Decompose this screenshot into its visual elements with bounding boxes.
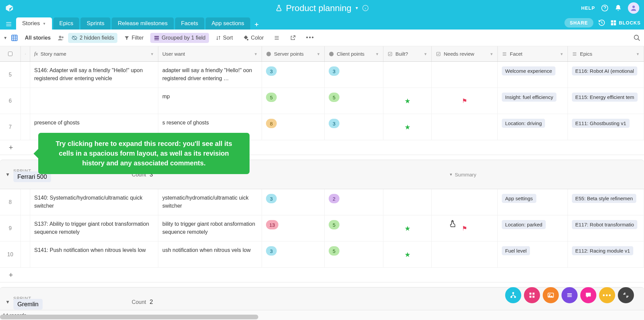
cell-epics[interactable]: E112: Racing module v1	[568, 242, 644, 267]
view-name[interactable]: All stories	[21, 33, 54, 43]
column-needs-review[interactable]: Needs review▼	[432, 46, 498, 61]
cell-client-points[interactable]: 5	[325, 242, 383, 267]
cell-user-want[interactable]: mp	[158, 88, 262, 114]
cell-epics[interactable]: E111: Ghostbusting v1	[568, 114, 644, 140]
cell-built[interactable]: ★	[383, 242, 432, 267]
cell-client-points[interactable]: 5	[325, 88, 383, 114]
group-title[interactable]: Gremlin	[13, 299, 43, 310]
cell-built[interactable]: ★	[383, 215, 432, 241]
help-icon[interactable]	[601, 4, 608, 12]
table-row[interactable]: 10 S141: Push notification when nitrous …	[0, 242, 644, 268]
fab-chat[interactable]	[580, 287, 596, 303]
cell-facet[interactable]: Welcome experience	[498, 62, 568, 88]
cell-client-points[interactable]: 3	[325, 62, 383, 88]
add-row-button[interactable]: +	[9, 143, 13, 152]
fab-more[interactable]: •••	[599, 287, 615, 303]
search-icon[interactable]	[633, 34, 641, 42]
color-button[interactable]: Color	[239, 33, 267, 43]
cell-facet[interactable]: Location: parked	[498, 215, 568, 241]
base-title[interactable]: Product planning	[286, 3, 351, 13]
group-button[interactable]: Grouped by 1 field	[150, 33, 209, 43]
view-menu-icon[interactable]: ▼	[3, 36, 7, 40]
group-toggle[interactable]: ▼	[5, 172, 10, 177]
row-height-button[interactable]	[270, 33, 283, 43]
cell-epics[interactable]: E55: Beta style refinemen	[568, 189, 644, 215]
cell-server-points[interactable]: 5	[262, 88, 325, 114]
sort-button[interactable]: Sort	[212, 33, 236, 43]
tab-release-milestones[interactable]: Release milestones	[112, 17, 173, 30]
cell-built[interactable]	[383, 189, 432, 215]
summary-dropdown[interactable]: ▼ Summary	[449, 172, 476, 177]
fab-image[interactable]	[543, 287, 559, 303]
fab-list[interactable]	[561, 287, 578, 303]
column-facet[interactable]: Facet▼	[498, 46, 568, 61]
cell-story-name[interactable]: S141: Push notification when nitrous lev…	[30, 242, 158, 267]
fab-apps[interactable]	[524, 287, 540, 303]
cell-story-name[interactable]: S137: Ability to trigger giant robot tra…	[30, 215, 158, 241]
column-epics[interactable]: Epics▼	[568, 46, 644, 61]
cell-story-name[interactable]: S146: Adapter will say a friendly "Hello…	[30, 62, 158, 88]
info-icon[interactable]	[362, 5, 369, 11]
add-row-button[interactable]: +	[9, 271, 13, 279]
cell-user-want[interactable]: ush notification when nitrous vels low	[158, 242, 262, 267]
cell-facet[interactable]: Fuel level	[498, 242, 568, 267]
hidden-fields-button[interactable]: 2 hidden fields	[68, 33, 117, 43]
tab-epics[interactable]: Epics	[53, 17, 79, 30]
cell-user-want[interactable]: adapter will say a friendly "Hello!" oon…	[158, 62, 262, 88]
cell-built[interactable]	[383, 62, 432, 88]
cell-client-points[interactable]: 5	[325, 215, 383, 241]
menu-icon[interactable]	[3, 19, 14, 30]
tab-app-sections[interactable]: App sections	[206, 17, 250, 30]
column-server-points[interactable]: Server points▼	[262, 46, 325, 61]
cell-client-points[interactable]: 3	[325, 114, 383, 140]
share-view-button[interactable]	[286, 33, 299, 43]
table-row[interactable]: 5 S146: Adapter will say a friendly "Hel…	[0, 62, 644, 88]
cell-user-want[interactable]: ystematic/hydromatic/ultramatic uick swi…	[158, 189, 262, 215]
more-options-button[interactable]: •••	[303, 32, 318, 43]
tab-stories[interactable]: Stories▼	[16, 17, 52, 30]
help-link[interactable]: HELP	[581, 5, 595, 11]
column-client-points[interactable]: Client points▼	[325, 46, 383, 61]
horizontal-scrollbar[interactable]	[0, 315, 258, 319]
cell-server-points[interactable]: 8	[262, 114, 325, 140]
cell-server-points[interactable]: 3	[262, 62, 325, 88]
cell-story-name[interactable]: S140: Systematic/hydromatic/ultramatic q…	[30, 189, 158, 215]
cell-review[interactable]: ⚑	[432, 215, 498, 241]
blocks-button[interactable]: BLOCKS	[610, 19, 641, 26]
avatar[interactable]	[628, 2, 639, 14]
table-row[interactable]: 6 mp 5 5 ★ ⚑ Insight: fuel efficiency E1…	[0, 88, 644, 114]
cell-client-points[interactable]: 2	[325, 189, 383, 215]
title-dropdown-icon[interactable]: ▼	[355, 6, 359, 10]
column-built[interactable]: Built?▼	[383, 46, 432, 61]
column-story-name[interactable]: fxStory name▼	[30, 46, 158, 61]
cell-server-points[interactable]: 3	[262, 242, 325, 267]
cell-review[interactable]	[432, 242, 498, 267]
tab-facets[interactable]: Facets	[175, 17, 204, 30]
bell-icon[interactable]	[614, 4, 622, 12]
collaborators-icon[interactable]	[57, 34, 65, 42]
cell-server-points[interactable]: 3	[262, 189, 325, 215]
cell-epics[interactable]: E116: Robot AI (emotional	[568, 62, 644, 88]
cell-review[interactable]	[432, 189, 498, 215]
table-row[interactable]: 9 S137: Ability to trigger giant robot t…	[0, 215, 644, 242]
cell-server-points[interactable]: 13	[262, 215, 325, 241]
group-toggle[interactable]: ▼	[5, 299, 10, 305]
fab-collapse[interactable]	[618, 287, 634, 303]
select-all-checkbox[interactable]	[8, 52, 12, 56]
cell-review[interactable]: ⚑	[432, 88, 498, 114]
cell-review[interactable]	[432, 114, 498, 140]
cell-facet[interactable]: Location: driving	[498, 114, 568, 140]
cell-review[interactable]	[432, 62, 498, 88]
cell-facet[interactable]: Insight: fuel efficiency	[498, 88, 568, 114]
history-icon[interactable]	[598, 19, 605, 26]
share-button[interactable]: SHARE	[565, 18, 593, 28]
column-user-want[interactable]: User want▼	[158, 46, 262, 61]
table-row[interactable]: 8 S140: Systematic/hydromatic/ultramatic…	[0, 189, 644, 215]
filter-button[interactable]: Filter	[121, 33, 147, 43]
tab-sprints[interactable]: Sprints	[80, 17, 110, 30]
cell-epics[interactable]: E117: Robot transformatio	[568, 215, 644, 241]
cell-user-want[interactable]: bility to trigger giant robot ansformati…	[158, 215, 262, 241]
fab-org-chart[interactable]	[505, 287, 521, 303]
add-table-button[interactable]	[252, 19, 262, 30]
cell-facet[interactable]: App settings	[498, 189, 568, 215]
